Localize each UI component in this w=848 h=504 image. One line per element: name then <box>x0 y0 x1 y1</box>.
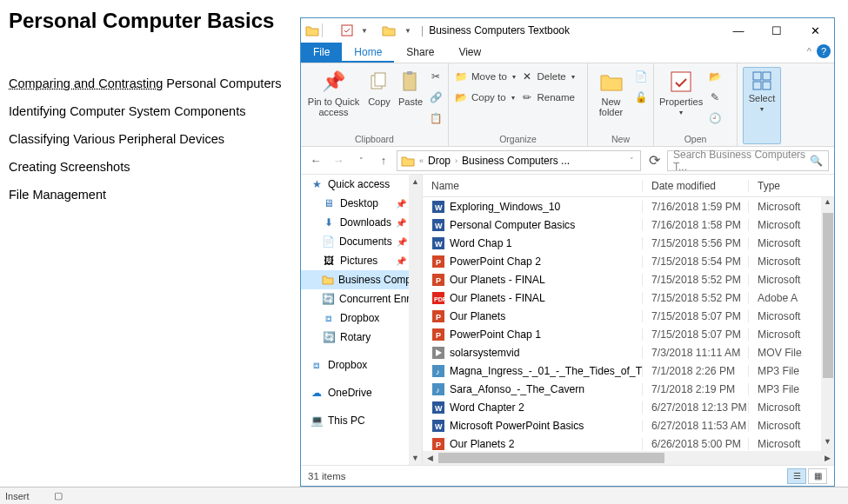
address-dropdown-icon[interactable]: ˅ <box>627 156 637 165</box>
table-row[interactable]: WMicrosoft PowerPoint Basics6/27/2018 11… <box>423 416 834 434</box>
tree-documents[interactable]: 📄Documents📌 <box>301 232 422 251</box>
breadcrumb[interactable]: Business Computers ... <box>462 155 570 167</box>
maximize-button[interactable]: ☐ <box>758 18 796 43</box>
column-name[interactable]: Name <box>423 180 642 192</box>
svg-rect-3 <box>404 73 416 90</box>
dropdown-icon[interactable]: ▼ <box>357 23 372 38</box>
close-button[interactable]: ✕ <box>796 18 834 43</box>
forward-button[interactable]: → <box>329 151 348 170</box>
column-date[interactable]: Date modified <box>642 180 748 192</box>
onedrive-icon: ☁ <box>310 386 324 400</box>
properties-button[interactable]: Properties ▾ <box>659 67 703 132</box>
dropbox-icon: ⧈ <box>322 311 336 325</box>
tree-quick-access[interactable]: ★Quick access <box>301 175 422 194</box>
tree-concurrent[interactable]: 🔄Concurrent Enrollment <box>301 289 422 308</box>
table-row[interactable]: POur Planets7/15/2018 5:07 PMMicrosoft <box>423 307 834 325</box>
scroll-down-icon[interactable]: ▼ <box>824 437 831 451</box>
new-folder-button[interactable]: New folder <box>593 67 629 132</box>
table-row[interactable]: PDFOur Planets - FINAL7/15/2018 5:52 PMA… <box>423 288 834 307</box>
paste-button[interactable]: Paste <box>397 67 424 132</box>
scroll-up-icon[interactable]: ▲ <box>409 175 422 189</box>
horizontal-scrollbar[interactable]: ◀ ▶ <box>423 451 834 465</box>
column-type[interactable]: Type <box>748 180 834 192</box>
tree-business-computers[interactable]: Business Computers Textbook <box>301 270 422 289</box>
group-label-open: Open <box>659 134 731 144</box>
tree-rotary[interactable]: 🔄Rotary <box>301 328 422 347</box>
move-to-button[interactable]: 📁Move to▾ <box>454 67 517 86</box>
cut-button[interactable]: ✂ <box>429 67 443 86</box>
file-date: 7/15/2018 5:54 PM <box>642 255 748 268</box>
table-row[interactable]: ♪Sara_Afonso_-_The_Cavern7/1/2018 2:19 P… <box>423 380 834 398</box>
list-header: Name Date modified Type <box>423 175 834 197</box>
tree-pictures[interactable]: 🖼Pictures📌 <box>301 251 422 270</box>
scroll-thumb[interactable] <box>823 213 833 378</box>
minimize-button[interactable]: — <box>719 18 758 43</box>
scroll-left-icon[interactable]: ◀ <box>423 454 437 462</box>
insert-mode-label[interactable]: Insert <box>5 491 30 501</box>
chevron-right-icon[interactable]: › <box>452 156 460 165</box>
copy-button[interactable]: Copy <box>366 67 392 132</box>
scroll-up-icon[interactable]: ▲ <box>824 197 831 211</box>
new-item-button[interactable]: 📄 <box>634 67 648 86</box>
scroll-down-icon[interactable]: ▼ <box>409 451 422 465</box>
explorer-status-bar: 31 items ☰ ▦ <box>301 465 834 486</box>
folder-icon[interactable] <box>304 23 320 38</box>
details-view-button[interactable]: ☰ <box>787 468 806 484</box>
tree-dropbox-folder[interactable]: ⧈Dropbox <box>301 308 422 328</box>
breadcrumb[interactable]: Drop <box>428 155 451 167</box>
up-button[interactable]: ↑ <box>374 151 393 170</box>
paste-shortcut-button[interactable]: 📋 <box>429 109 443 128</box>
chevron-icon[interactable]: « <box>417 156 426 165</box>
scroll-thumb[interactable] <box>438 453 664 463</box>
macro-record-icon[interactable]: ▢ <box>54 490 63 501</box>
back-button[interactable]: ← <box>306 151 325 170</box>
table-row[interactable]: WExploring_Windows_107/16/2018 1:59 PMMi… <box>423 197 834 216</box>
tree-scrollbar[interactable]: ▲ ▼ <box>409 175 422 465</box>
group-label-organize: Organize <box>454 134 582 144</box>
table-row[interactable]: POur Planets - FINAL7/15/2018 5:52 PMMic… <box>423 270 834 288</box>
select-button[interactable]: Select ▾ <box>743 67 782 144</box>
svg-text:P: P <box>436 258 441 267</box>
table-row[interactable]: solarsystemvid7/3/2018 11:11 AMMOV File <box>423 343 834 361</box>
tab-share[interactable]: Share <box>394 43 446 63</box>
vertical-scrollbar[interactable]: ▲ ▼ <box>821 197 834 451</box>
address-bar[interactable]: « Drop › Business Computers ... ˅ <box>397 150 641 171</box>
titlebar[interactable]: ▼ ▼ | Business Computers Textbook — ☐ ✕ <box>301 18 834 43</box>
delete-button[interactable]: ✕Delete▾ <box>520 67 583 86</box>
tree-desktop[interactable]: 🖥Desktop📌 <box>301 194 422 213</box>
history-button[interactable]: 🕘 <box>708 109 722 128</box>
tree-this-pc[interactable]: 💻This PC <box>301 411 422 430</box>
tree-dropbox[interactable]: ⧈Dropbox <box>301 355 422 375</box>
tiles-view-button[interactable]: ▦ <box>808 468 827 484</box>
recent-dropdown[interactable]: ˅ <box>351 151 371 170</box>
tree-onedrive[interactable]: ☁OneDrive <box>301 383 422 402</box>
copy-path-button[interactable]: 🔗 <box>429 88 443 107</box>
scroll-right-icon[interactable]: ▶ <box>820 454 834 462</box>
tab-view[interactable]: View <box>446 43 493 63</box>
search-input[interactable]: Search Business Computers T... 🔍 <box>667 150 829 171</box>
open-button[interactable]: 📂 <box>708 67 722 86</box>
table-row[interactable]: WWord Chap 17/15/2018 5:56 PMMicrosoft <box>423 234 834 252</box>
table-row[interactable]: WPersonal Computer Basics7/16/2018 1:58 … <box>423 216 834 234</box>
tree-downloads[interactable]: ⬇Downloads📌 <box>301 213 422 232</box>
dropdown-icon[interactable]: ▼ <box>400 23 416 38</box>
tab-home[interactable]: Home <box>342 43 394 63</box>
doc-link-text-underlined: Comparing and Contrasting <box>9 76 163 90</box>
table-row[interactable]: PPowerPoint Chap 17/15/2018 5:07 PMMicro… <box>423 325 834 343</box>
table-row[interactable]: POur Planets 26/26/2018 5:00 PMMicrosoft <box>423 434 834 451</box>
properties-icon[interactable] <box>339 23 355 38</box>
table-row[interactable]: ♪Magna_Ingress_-_01_-_The_Tides_of_Tim..… <box>423 361 834 380</box>
help-icon[interactable]: ? <box>817 44 831 58</box>
collapse-ribbon-icon[interactable]: ^ <box>807 46 811 56</box>
pin-to-quick-access-button[interactable]: 📌 Pin to Quick access <box>306 67 361 132</box>
tab-file[interactable]: File <box>301 43 342 63</box>
file-name: Our Planets <box>450 310 505 322</box>
rename-button[interactable]: ✏Rename <box>520 88 583 107</box>
easy-access-button[interactable]: 🔓 <box>634 88 648 107</box>
svg-text:P: P <box>436 331 441 340</box>
refresh-button[interactable]: ⟳ <box>644 152 664 169</box>
table-row[interactable]: PPowerPoint Chap 27/15/2018 5:54 PMMicro… <box>423 252 834 270</box>
table-row[interactable]: WWord Chapter 26/27/2018 12:13 PMMicroso… <box>423 398 834 416</box>
edit-button[interactable]: ✎ <box>708 88 722 107</box>
copy-to-button[interactable]: 📂Copy to▾ <box>454 88 517 107</box>
